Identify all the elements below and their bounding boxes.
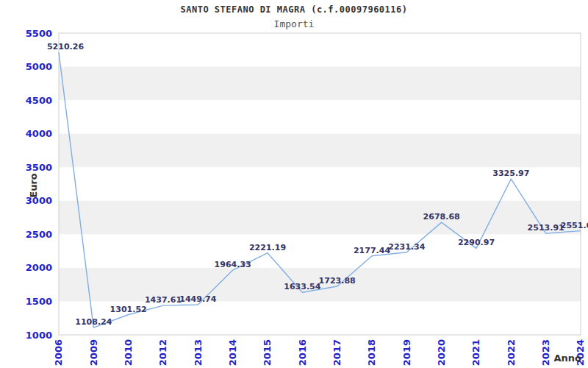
point-label: 1633.54 xyxy=(284,282,320,291)
x-tick-label: 2016 xyxy=(297,339,308,366)
x-tick-label: 2013 xyxy=(193,339,204,366)
y-tick-label: 2500 xyxy=(26,229,52,240)
plot-svg: 1000150020002500300035004000450050005500… xyxy=(0,0,588,368)
y-tick-label: 5000 xyxy=(26,61,52,72)
point-label: 1301.52 xyxy=(110,305,147,314)
y-tick-label: 2000 xyxy=(26,262,52,273)
y-tick-label: 3500 xyxy=(26,162,52,173)
x-tick-label: 2006 xyxy=(53,339,64,366)
point-label: 2231.34 xyxy=(388,242,425,252)
point-label: 1964.33 xyxy=(215,260,251,269)
x-tick-label: 2018 xyxy=(366,339,377,366)
y-axis-title: Euro xyxy=(28,173,39,198)
point-label: 5210.26 xyxy=(47,42,84,52)
x-tick-label: 2019 xyxy=(401,339,412,366)
chart: SANTO STEFANO DI MAGRA (c.f.00097960116)… xyxy=(0,0,588,368)
point-label: 1449.74 xyxy=(179,294,216,304)
x-tick-label: 2009 xyxy=(88,339,99,366)
x-tick-label: 2017 xyxy=(331,339,343,366)
x-tick-label: 2010 xyxy=(123,339,134,366)
x-tick-label: 2020 xyxy=(436,339,447,366)
point-label: 2513.91 xyxy=(528,223,564,233)
point-label: 1723.88 xyxy=(319,276,356,286)
point-label: 2221.19 xyxy=(249,243,286,252)
x-tick-label: 2023 xyxy=(540,339,551,366)
x-tick-label: 2012 xyxy=(157,339,168,366)
y-tick-label: 1000 xyxy=(26,330,52,341)
y-tick-label: 1500 xyxy=(26,296,52,307)
x-axis-title: Anno xyxy=(553,353,581,364)
x-tick-label: 2014 xyxy=(227,339,238,366)
point-label: 2290.97 xyxy=(458,238,495,247)
point-label: 2551.6 xyxy=(561,221,588,230)
grid-band xyxy=(59,201,581,235)
y-tick-label: 4500 xyxy=(26,95,52,106)
grid-band xyxy=(59,67,581,101)
point-label: 2177.44 xyxy=(354,246,390,255)
point-label: 3325.97 xyxy=(492,169,529,178)
x-tick-label: 2022 xyxy=(506,339,517,366)
y-tick-label: 5500 xyxy=(26,28,52,39)
point-label: 1108.24 xyxy=(75,317,112,327)
grid-band xyxy=(59,134,581,168)
point-label: 1437.61 xyxy=(145,295,182,305)
x-tick-label: 2021 xyxy=(470,339,481,366)
point-label: 2678.68 xyxy=(423,212,460,222)
y-tick-label: 4000 xyxy=(26,128,52,139)
x-tick-label: 2015 xyxy=(262,339,273,366)
